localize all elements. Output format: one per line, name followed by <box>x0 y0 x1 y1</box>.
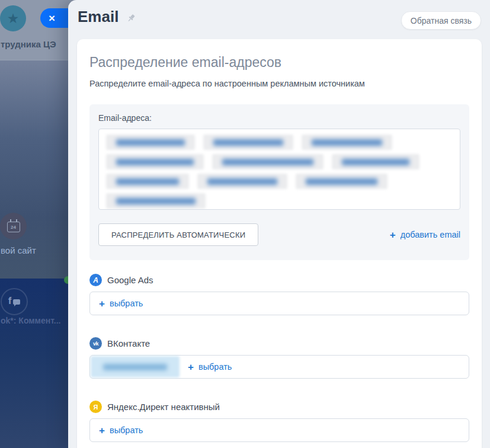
redacted-text <box>207 178 277 185</box>
feedback-button-label: Обратная связь <box>411 16 472 25</box>
email-addresses-label: Email-адреса: <box>98 113 460 123</box>
plus-icon: + <box>188 362 194 372</box>
sidebar-facebook-section: f ok*: Коммент... <box>0 279 78 448</box>
redacted-text <box>213 139 283 146</box>
card-heading: Распределение email-адресов <box>89 55 469 71</box>
redacted-email-chip[interactable] <box>106 135 195 150</box>
source-section-yandex-direct: Я Яндекс.Директ неактивный + выбрать <box>89 401 469 442</box>
sidebar: ★ × трудника ЦЭ 24 вой сайт f ok*: Комме… <box>0 0 78 448</box>
select-link-vk[interactable]: + выбрать <box>188 362 232 372</box>
source-header: A Google Ads <box>89 274 469 286</box>
facebook-icon: f <box>8 295 12 307</box>
star-icon: ★ <box>7 12 20 25</box>
calendar-day-label: 24 <box>11 225 16 230</box>
email-addresses-block: Email-адреса: РАСПРЕДЕЛИТЬ АВТОМАТИЧЕСКИ… <box>89 104 469 260</box>
redacted-text <box>116 159 194 165</box>
source-name: Яндекс.Директ неактивный <box>107 402 220 412</box>
email-panel: Email Обратная связь Распределение email… <box>68 0 490 448</box>
redacted-text <box>306 178 377 185</box>
close-icon: × <box>49 12 55 24</box>
source-section-vkontakte: vk ВКонтакте + выбрать <box>89 337 469 379</box>
select-label: выбрать <box>110 299 143 308</box>
redacted-text <box>116 198 196 204</box>
distribute-automatically-button[interactable]: РАСПРЕДЕЛИТЬ АВТОМАТИЧЕСКИ <box>98 223 258 246</box>
comment-bubble-icon <box>13 299 20 305</box>
add-email-label: добавить email <box>401 230 460 239</box>
redacted-email-chip[interactable] <box>332 154 419 169</box>
source-header: Я Яндекс.Директ неактивный <box>89 401 469 413</box>
redacted-text <box>222 159 313 165</box>
redacted-email-chip[interactable] <box>106 193 206 209</box>
calendar-button[interactable]: 24 <box>0 213 27 239</box>
redacted-text <box>312 139 382 146</box>
sidebar-site-label: вой сайт <box>1 245 36 255</box>
redacted-email-chip[interactable] <box>106 174 189 189</box>
google-ads-select-box[interactable]: + выбрать <box>89 292 469 315</box>
feedback-button[interactable]: Обратная связь <box>401 11 481 30</box>
redacted-email-chip[interactable] <box>106 154 204 169</box>
source-name: ВКонтакте <box>107 338 150 348</box>
redacted-text <box>103 364 167 370</box>
add-email-link[interactable]: + добавить email <box>390 230 460 240</box>
source-section-google-ads: A Google Ads + выбрать <box>89 274 469 315</box>
redacted-email-chip[interactable] <box>302 135 392 150</box>
pin-icon[interactable] <box>126 13 136 23</box>
redacted-text <box>116 178 179 185</box>
panel-header: Email Обратная связь <box>68 0 490 39</box>
favorites-button[interactable]: ★ <box>0 5 26 31</box>
source-header: vk ВКонтакте <box>89 337 469 350</box>
sidebar-middle-section: 24 вой сайт <box>0 60 78 279</box>
redacted-email-chip[interactable] <box>212 154 324 169</box>
sidebar-top-section: ★ × трудника ЦЭ <box>0 0 78 60</box>
redacted-text <box>116 139 185 146</box>
select-link-google[interactable]: + выбрать <box>99 299 143 309</box>
email-actions-row: РАСПРЕДЕЛИТЬ АВТОМАТИЧЕСКИ + добавить em… <box>98 223 460 246</box>
yandex-direct-icon: Я <box>89 401 102 413</box>
yandex-select-box[interactable]: + выбрать <box>89 418 469 442</box>
redacted-email-chip[interactable] <box>203 135 293 150</box>
panel-title-row: Email <box>78 8 136 26</box>
sidebar-top-label: трудника ЦЭ <box>1 39 56 49</box>
source-name: Google Ads <box>107 275 153 285</box>
select-label: выбрать <box>198 362 232 372</box>
redacted-text <box>342 159 409 165</box>
sidebar-facebook-label: ok*: Коммент... <box>1 316 61 325</box>
plus-icon: + <box>390 230 396 240</box>
facebook-comments-button[interactable]: f <box>1 288 28 315</box>
select-link-yandex[interactable]: + выбрать <box>99 425 143 436</box>
plus-icon: + <box>99 299 105 309</box>
vk-redacted-chip[interactable] <box>91 356 180 377</box>
panel-title: Email <box>78 8 119 26</box>
select-label: выбрать <box>110 425 143 435</box>
card-subheading: Распределите email-адреса по настроенным… <box>89 79 469 88</box>
email-chips-box[interactable] <box>98 129 460 210</box>
app-window: ★ × трудника ЦЭ 24 вой сайт f ok*: Комме… <box>0 0 490 448</box>
redacted-email-chip[interactable] <box>197 174 287 189</box>
redacted-email-chip[interactable] <box>296 174 387 189</box>
vk-select-box[interactable]: + выбрать <box>89 355 469 379</box>
plus-icon: + <box>99 425 105 436</box>
google-ads-icon: A <box>89 274 102 286</box>
distribution-card: Распределение email-адресов Распределите… <box>77 39 482 448</box>
calendar-icon: 24 <box>7 222 20 232</box>
vk-icon: vk <box>89 337 102 350</box>
